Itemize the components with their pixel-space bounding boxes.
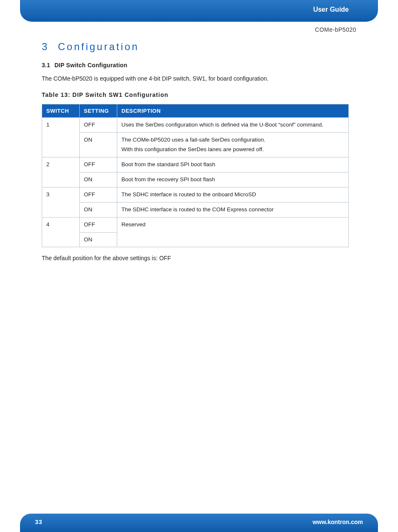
cell-setting: ON [80, 232, 117, 247]
cell-setting: ON [80, 202, 117, 217]
th-switch: SWITCH [42, 104, 80, 118]
document-page: User Guide COMe-bP5020 3 Configuration 3… [0, 0, 398, 532]
default-note: The default position for the above setti… [42, 255, 349, 261]
cell-switch: 3 [42, 187, 80, 217]
cell-setting: ON [80, 172, 117, 187]
table-row: 1 OFF Uses the SerDes configuration whic… [42, 118, 349, 133]
intro-text: The COMe-bP5020 is equipped with one 4-b… [42, 74, 349, 83]
table-row: 2 OFF Boot from the standard SPI boot fl… [42, 157, 349, 172]
table-row: 3 OFF The SDHC interface is routed to th… [42, 187, 349, 202]
table-row: ON The SDHC interface is routed to the C… [42, 202, 349, 217]
footer-url: www.kontron.com [312, 519, 363, 525]
table-row: 4 OFF Reserved [42, 217, 349, 232]
cell-setting: OFF [80, 157, 117, 172]
header-label: User Guide [313, 6, 349, 13]
subsection-number: 3.1 [42, 62, 50, 68]
cell-setting: OFF [80, 217, 117, 232]
section-title-text: Configuration [58, 41, 139, 52]
page-number: 33 [35, 519, 43, 525]
table-caption: Table 13: DIP Switch SW1 Configuration [42, 91, 349, 98]
cell-description: Boot from the recovery SPI boot flash [117, 172, 349, 187]
dip-switch-table: SWITCH SETTING DESCRIPTION 1 OFF Uses th… [42, 104, 349, 247]
product-label: COMe-bP5020 [315, 26, 356, 33]
cell-switch: 1 [42, 118, 80, 157]
footer-bar: 33 www.kontron.com [20, 514, 378, 532]
table-header-row: SWITCH SETTING DESCRIPTION [42, 104, 349, 118]
cell-description: The SDHC interface is routed to the COM … [117, 202, 349, 217]
cell-switch: 4 [42, 217, 80, 247]
table-row: ON The COMe-bP5020 uses a fail-safe SerD… [42, 132, 349, 157]
cell-setting: OFF [80, 187, 117, 202]
section-number: 3 [42, 41, 49, 52]
header-bar: User Guide [20, 0, 378, 22]
subsection-heading: 3.1DIP Switch Configuration [42, 62, 349, 68]
cell-description: The COMe-bP5020 uses a fail-safe SerDes … [117, 132, 349, 157]
cell-setting: OFF [80, 118, 117, 133]
cell-description: The SDHC interface is routed to the onbo… [117, 187, 349, 202]
section-title: 3 Configuration [42, 41, 349, 53]
content-area: 3 Configuration 3.1DIP Switch Configurat… [42, 41, 349, 261]
th-setting: SETTING [80, 104, 117, 118]
cell-switch: 2 [42, 157, 80, 187]
cell-description: Reserved [117, 217, 349, 247]
subsection-title: DIP Switch Configuration [54, 62, 127, 68]
cell-description: Boot from the standard SPI boot flash [117, 157, 349, 172]
th-description: DESCRIPTION [117, 104, 349, 118]
cell-setting: ON [80, 132, 117, 157]
table-row: ON Boot from the recovery SPI boot flash [42, 172, 349, 187]
cell-description: Uses the SerDes configuration which is d… [117, 118, 349, 133]
